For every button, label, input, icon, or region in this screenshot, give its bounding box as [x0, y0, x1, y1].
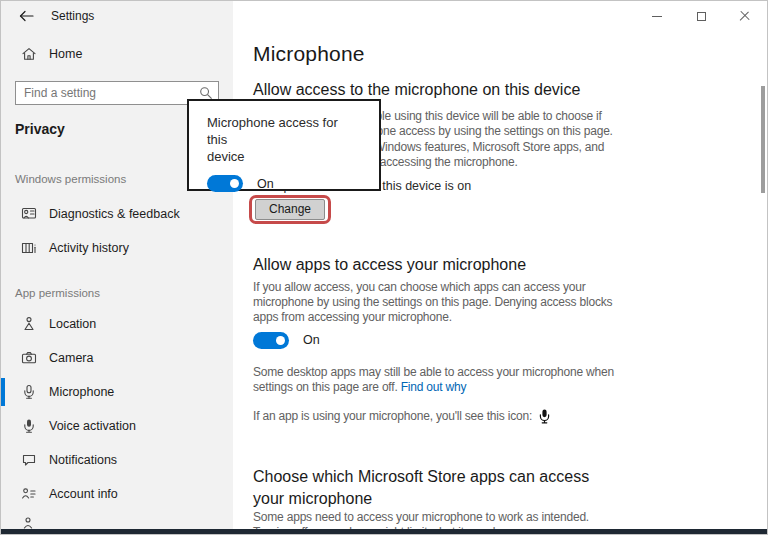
app-access-toggle-row: On	[253, 332, 625, 349]
window-title: Settings	[51, 9, 94, 23]
maximize-button[interactable]	[689, 7, 713, 25]
sidebar-group-label: App permissions	[15, 287, 233, 299]
microphone-in-use-icon	[539, 409, 550, 424]
sidebar-item-label: Account info	[49, 487, 118, 501]
sidebar-item-partial[interactable]	[1, 511, 233, 529]
bottom-edge-bar	[1, 529, 767, 534]
activity-history-icon	[21, 240, 37, 256]
camera-icon	[21, 350, 37, 366]
home-icon	[21, 46, 37, 62]
minimize-button[interactable]	[645, 7, 669, 25]
sidebar-item-label: Diagnostics & feedback	[49, 207, 180, 221]
back-arrow-icon	[19, 10, 34, 22]
sidebar-item-label: Location	[49, 317, 96, 331]
sidebar-item-notifications[interactable]: Notifications	[1, 443, 233, 477]
location-icon	[21, 316, 37, 332]
voice-activation-icon	[21, 418, 37, 434]
diagnostics-feedback-icon	[21, 206, 37, 222]
sidebar-item-microphone[interactable]: Microphone	[1, 375, 233, 409]
sidebar-group-windows-permissions: Diagnostics & feedback Activity history	[1, 197, 233, 265]
sidebar-item-account-info[interactable]: Account info	[1, 477, 233, 511]
flyout-label: device	[207, 148, 361, 165]
window-controls	[645, 7, 757, 25]
flyout-label: Microphone access for this	[207, 114, 361, 148]
mic-in-use-caption: If an app is using your microphone, you'…	[253, 409, 625, 424]
app-access-description: If you allow access, you can choose whic…	[253, 280, 625, 326]
store-apps-description: Some apps need to access your microphone…	[253, 510, 625, 529]
sidebar-group-app-permissions: Location Camera Microphone Voice activ	[1, 307, 233, 529]
microphone-access-flyout: Microphone access for this device On	[187, 99, 381, 191]
sidebar: Home Privacy Windows permissions Diagnos…	[1, 1, 233, 529]
flyout-toggle-row: On	[207, 175, 361, 192]
app-access-toggle[interactable]	[253, 332, 289, 349]
notifications-icon	[21, 452, 37, 468]
sidebar-item-voice-activation[interactable]: Voice activation	[1, 409, 233, 443]
find-out-why-link[interactable]: Find out why	[401, 380, 467, 394]
sidebar-item-label: Voice activation	[49, 419, 136, 433]
device-access-toggle[interactable]	[207, 175, 243, 192]
page-title: Microphone	[253, 41, 625, 67]
change-button-wrap: Change	[255, 199, 325, 220]
settings-window: Home Privacy Windows permissions Diagnos…	[0, 0, 768, 535]
change-button[interactable]: Change	[255, 199, 325, 220]
account-info-icon	[21, 486, 37, 502]
device-access-heading: Allow access to the microphone on this d…	[253, 79, 625, 100]
sidebar-item-location[interactable]: Location	[1, 307, 233, 341]
device-access-toggle-label: On	[257, 177, 274, 191]
app-access-toggle-label: On	[303, 333, 320, 347]
selected-indicator	[1, 378, 5, 406]
app-access-heading: Allow apps to access your microphone	[253, 254, 625, 275]
sidebar-item-diagnostics-feedback[interactable]: Diagnostics & feedback	[1, 197, 233, 231]
toggle-knob	[230, 179, 239, 188]
sidebar-item-label: Microphone	[49, 385, 114, 399]
sidebar-item-label: Camera	[49, 351, 93, 365]
desktop-apps-note: Some desktop apps may still be able to a…	[253, 365, 625, 396]
back-button[interactable]	[19, 8, 39, 24]
sidebar-item-label: Home	[49, 47, 82, 61]
note-text: settings on this page are off.	[253, 380, 398, 394]
sidebar-item-camera[interactable]: Camera	[1, 341, 233, 375]
scrollbar-thumb[interactable]	[761, 86, 765, 193]
sidebar-item-home[interactable]: Home	[1, 37, 233, 71]
sidebar-item-label: Activity history	[49, 241, 129, 255]
main-panel: Microphone Allow access to the microphon…	[233, 1, 767, 529]
close-button[interactable]	[733, 7, 757, 25]
titlebar: Settings	[1, 1, 767, 31]
microphone-icon	[21, 384, 37, 400]
sidebar-item-label: Notifications	[49, 453, 117, 467]
store-apps-heading: Choose which Microsoft Store apps can ac…	[253, 466, 625, 510]
toggle-knob	[276, 336, 285, 345]
person-icon	[21, 516, 37, 529]
sidebar-item-activity-history[interactable]: Activity history	[1, 231, 233, 265]
